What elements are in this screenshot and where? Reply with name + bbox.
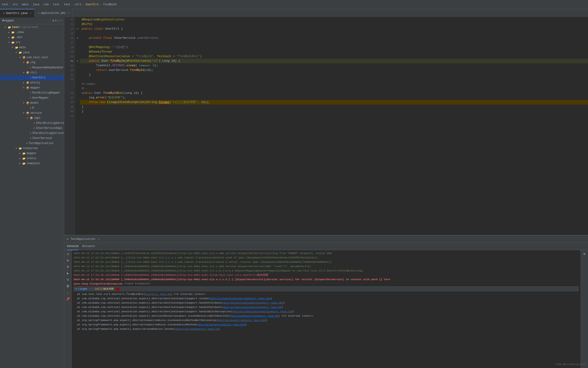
tree-arrow-static: ▶ (19, 157, 22, 160)
ln-41: 41 (64, 114, 74, 118)
tree-item-root[interactable]: ▼ 📁 test D:/prjs/test (0, 25, 64, 30)
folder-icon-resources: 📂 (19, 147, 22, 150)
link-sentinel-59[interactable]: SentinelResourceAspect.java:59 (231, 314, 278, 318)
sidebar-expand-icon[interactable]: ≡ (55, 19, 57, 22)
tree-item-testapplication[interactable]: ● TestApplication (0, 141, 64, 146)
tool-pause[interactable]: ⏸ (65, 264, 71, 270)
tree-label-ctrl: ctrl (30, 71, 37, 74)
editor-container: 22 23 24 25 26 27 28 29 30 31 32 33 34 3… (64, 18, 588, 235)
run-close-icon[interactable]: ✕ (98, 238, 100, 240)
tree-item-cfg[interactable]: ▼ 📦 cfg (0, 60, 64, 65)
tree-item-service[interactable]: ▼ 📦 service (0, 110, 64, 116)
tree-item-mvn[interactable]: ▶ 📂 .mvn (0, 35, 64, 40)
log-line-2: 2024-06-13 17:53:33.843|DEBUG [,,]|http-… (74, 255, 579, 260)
tree-item-r[interactable]: ● R (0, 105, 64, 110)
tab-console[interactable]: Console (67, 243, 78, 250)
tree-item-usermapper[interactable]: I UserMapper (0, 95, 64, 101)
create-breakpoint-link[interactable]: Create breakpoint (124, 282, 150, 286)
code-line-hint-icon: ☰ › (80, 86, 588, 91)
breadcrumb-test2[interactable]: test (53, 3, 60, 6)
link-abstract-151[interactable]: AbstractSentinelAspectSupport.java:151 (210, 296, 270, 301)
tree-item-responsebodyhandler[interactable]: C ResponseBodyHandler (0, 65, 64, 70)
tree-item-package-root[interactable]: ▼ 📦 com.test.test (0, 55, 64, 60)
tree-item-iparkexitlogserviceimpl[interactable]: ● IParkExitLogServiceImpl (0, 121, 64, 126)
breadcrumb-findbyid[interactable]: findById (103, 3, 116, 6)
breadcrumb-test[interactable]: test (2, 3, 9, 6)
breadcrumb-com[interactable]: com (44, 3, 49, 6)
tree-item-src[interactable]: ▼ 📂 src (0, 40, 64, 45)
tool-filter[interactable]: ⊟ (65, 277, 71, 283)
gutter-dot-31: ● (77, 60, 78, 62)
tree-item-iuserserviceimpl[interactable]: ● IUserServiceImpl (0, 126, 64, 131)
tree-label-iparkexitlogservice: IParkExitLogService (32, 132, 64, 135)
link-abstract-140[interactable]: AbstractSentinelAspectSupport.java:140 (232, 309, 292, 314)
tree-item-userctrl[interactable]: C UserCtrl (0, 75, 64, 80)
tab-userctrl[interactable]: ● UserCtrl.java ✕ (0, 9, 35, 17)
ln-36: 36 (64, 91, 74, 95)
ln-35: 35 (64, 77, 74, 82)
tree-item-iparkexitlogservice[interactable]: ● IParkExitLogService (0, 131, 64, 136)
tree-item-main[interactable]: ▼ 📂 main (0, 45, 64, 50)
tree-label-r: R (32, 106, 34, 110)
tree-item-parkexitlogmapper[interactable]: I ParkExitLogMapper (0, 90, 64, 95)
breadcrumb-src[interactable]: src (13, 3, 18, 6)
tree-item-mapper-folder[interactable]: ▶ 📂 mapper (0, 151, 64, 156)
code-line-40: } (80, 109, 588, 114)
tree-item-iuserservice[interactable]: ● IUserService (0, 136, 64, 141)
breadcrumb-java[interactable]: java (33, 3, 39, 6)
content-area: 22 23 24 25 26 27 28 29 30 31 32 33 34 3… (64, 18, 588, 368)
tree-item-idea[interactable]: ▶ 📂 .idea (0, 30, 64, 35)
package-icon-cfg: 📦 (26, 61, 29, 64)
tool-resume[interactable]: ▶ (65, 270, 71, 276)
folder-icon-static: 📂 (22, 157, 26, 160)
tree-item-template[interactable]: ▶ 📂 template (0, 161, 64, 166)
tree-item-mapper[interactable]: ▼ 📦 mapper (0, 85, 64, 90)
sidebar-settings-icon[interactable]: ⋯ (60, 19, 62, 22)
tree-item-impl[interactable]: ▼ 📦 impl (0, 116, 64, 121)
tab-bar: ● UserCtrl.java ✕ ● application.yml ✕ (0, 9, 588, 18)
tab-application-yml[interactable]: ● application.yml ✕ (35, 9, 73, 17)
tool-expand[interactable]: ⊞ (582, 251, 588, 257)
tree-arrow-model: ▼ (23, 102, 26, 104)
console-tab-label: Console (67, 245, 78, 248)
tree-item-entity[interactable]: ▶ 📦 entity (0, 80, 64, 85)
tab-application-close[interactable]: ✕ (68, 12, 69, 14)
tab-userctrl-close[interactable]: ✕ (30, 12, 31, 15)
breadcrumb-userctrl[interactable]: UserCtrl (85, 3, 99, 6)
sidebar-sort-icon[interactable]: ↕ (58, 19, 59, 22)
link-abstract-634[interactable]: AbstractAspectJAdvice.java:634 (218, 318, 266, 322)
lingma-inline: ● Lingma → : id[{}]触发熔断 → (74, 286, 579, 291)
tab-actuator[interactable]: Actuator (82, 243, 95, 250)
tree-arrow-ctrl: ▼ (23, 72, 26, 74)
tree-label-model: model (30, 101, 38, 105)
lingma-prefix: Lingma → (78, 287, 90, 291)
tool-pin[interactable]: 📌 (65, 296, 71, 302)
tool-clear[interactable]: 🗑 (65, 283, 71, 289)
tree-item-ctrl[interactable]: ▼ 📦 ctrl (0, 70, 64, 75)
breadcrumb-test3[interactable]: test (64, 3, 70, 6)
sidebar-gear-icon[interactable]: ⚙ (52, 19, 54, 22)
code-editor[interactable]: @RequiredArgsConstructor @Slf4j public c… (80, 18, 588, 235)
run-app-label[interactable]: TestApplication (70, 238, 95, 241)
link-abstract-624[interactable]: AbstractAspectJAdvice.java:624 (198, 322, 245, 327)
log-line-5: 2024-06-13 17:53:39.122|DEBUG [,258bd43b… (74, 268, 579, 273)
link-userctrl-38[interactable]: UserCtrl.java:38 (145, 292, 171, 296)
breadcrumb-ctrl[interactable]: ctrl (75, 3, 81, 6)
tree-item-static[interactable]: ▶ 📂 static (0, 156, 64, 161)
tool-scroll[interactable]: ↓ (65, 290, 71, 295)
sidebar-tree: ▼ 📁 test D:/prjs/test ▶ 📂 .idea ▶ 📂 .mvn (0, 24, 64, 368)
link-aspectj-72[interactable]: AspectJAroundAdvice.java:72 (175, 327, 218, 331)
tool-stop[interactable]: ■ (65, 258, 71, 263)
lingma-text: : id[{}]触发熔断 (92, 287, 114, 291)
interface-icon-iparkexitlogservice: ● (30, 132, 31, 135)
tree-item-java[interactable]: ▼ 📂 java (0, 50, 64, 55)
link-abstract-105[interactable]: AbstractSentinelAspectSupport.java:105 (223, 301, 283, 305)
tree-item-model[interactable]: ▼ 📦 model (0, 101, 64, 105)
tree-item-resources[interactable]: ▼ 📂 resources (0, 146, 64, 151)
breadcrumb-main[interactable]: main (22, 3, 29, 6)
folder-icon-idea: 📂 (11, 31, 15, 34)
tree-arrow-java: ▼ (16, 51, 19, 54)
link-abstract-85[interactable]: AbstractSentinelAspectSupport.java:85 (223, 305, 281, 309)
tool-restart[interactable]: ↺ (65, 251, 71, 257)
ln-28: 28 (64, 45, 74, 49)
